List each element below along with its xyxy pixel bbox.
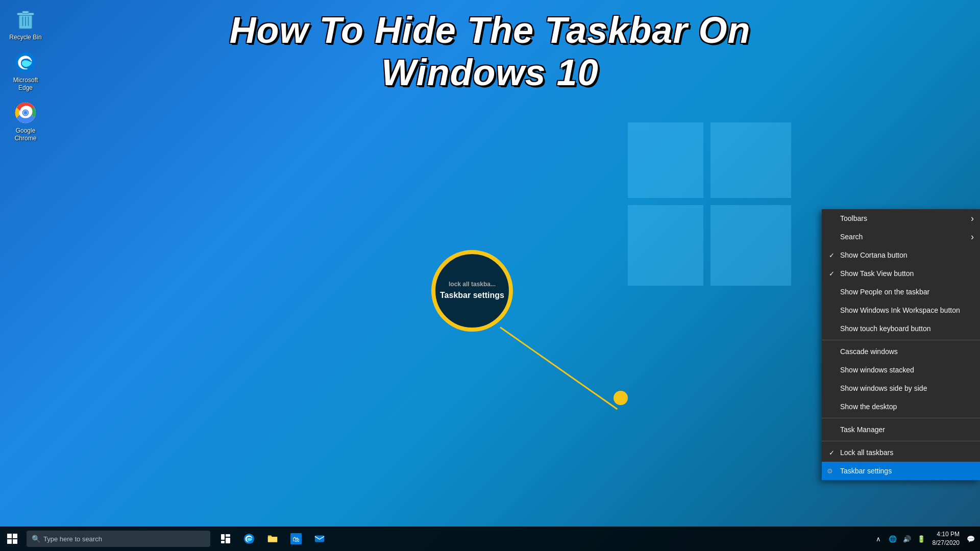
menu-item-label: Show Task View button [840,269,914,278]
menu-item-label: Show windows side by side [840,384,927,392]
svg-point-11 [23,111,27,115]
svg-rect-18 [226,538,230,543]
menu-item-show-desktop[interactable]: Show the desktop [822,397,980,416]
recycle-bin-label: Recycle Bin [9,34,41,41]
tray-battery-icon[interactable]: 🔋 [916,534,926,544]
tray-network-icon[interactable]: 🌐 [888,534,898,544]
clock-date: 8/27/2020 [933,539,960,547]
page-title: How To Hide The Taskbar OnWindows 10 [0,9,980,94]
svg-rect-21 [268,537,277,542]
svg-rect-14 [7,539,12,544]
menu-item-label: Show the desktop [840,403,897,411]
taskbar-search-icon: 🔍 [32,535,40,543]
svg-rect-2 [22,11,29,14]
edge-image [13,50,38,74]
menu-divider [822,340,980,340]
start-button[interactable] [0,527,24,551]
menu-item-cascade-windows[interactable]: Cascade windows [822,342,980,361]
spotlight-main-text: Taskbar settings [440,290,504,301]
menu-item-show-ink-workspace[interactable]: Show Windows Ink Workspace button [822,301,980,319]
menu-item-show-people[interactable]: Show People on the taskbar [822,283,980,301]
spotlight-top-text: lock all taskba... [440,281,504,289]
menu-item-show-task-view[interactable]: ✓Show Task View button [822,264,980,283]
svg-rect-16 [221,534,225,540]
windows-logo-watermark [628,122,791,286]
tray-volume-icon[interactable]: 🔊 [902,534,912,544]
menu-item-lock-all-taskbars[interactable]: ✓Lock all taskbars [822,443,980,462]
menu-item-toolbars[interactable]: Toolbars [822,209,980,228]
context-menu: ToolbarsSearch✓Show Cortana button✓Show … [822,209,980,480]
taskbar-clock[interactable]: 4:10 PM 8/27/2020 [928,530,964,547]
clock-time: 4:10 PM [933,530,960,539]
spotlight-dot [614,391,628,405]
svg-rect-19 [221,541,225,543]
recycle-bin-image [13,7,38,32]
spotlight-circle: lock all taskba... Taskbar settings [431,250,513,332]
taskbar-tray-area: ∧ 🌐 🔊 🔋 4:10 PM 8/27/2020 💬 [873,530,980,547]
menu-item-show-windows-stacked[interactable]: Show windows stacked [822,361,980,379]
gear-icon: ⚙ [827,467,833,475]
svg-rect-15 [13,539,17,544]
edge-label: Microsoft Edge [7,77,44,91]
edge-taskbar-button[interactable] [238,528,260,550]
tray-chevron[interactable]: ∧ [873,534,884,544]
mail-button[interactable] [308,528,331,550]
file-explorer-button[interactable] [261,528,284,550]
menu-divider [822,418,980,418]
menu-item-label: Cascade windows [840,347,898,356]
system-tray: ∧ 🌐 🔊 🔋 [873,534,926,544]
menu-item-label: Show People on the taskbar [840,288,929,296]
menu-item-task-manager[interactable]: Task Manager [822,420,980,439]
chrome-label: Google Chrome [7,127,44,142]
taskbar: 🔍 Type here to search [0,527,980,551]
taskbar-search-bar[interactable]: 🔍 Type here to search [27,531,210,547]
task-view-button[interactable] [214,528,237,550]
taskbar-search-placeholder: Type here to search [43,535,102,543]
spotlight-text: lock all taskba... Taskbar settings [436,277,508,305]
store-button[interactable]: 🛍 [285,528,307,550]
recycle-bin-icon[interactable]: Recycle Bin [5,5,46,43]
menu-item-label: Show Cortana button [840,251,908,259]
menu-item-show-cortana[interactable]: ✓Show Cortana button [822,246,980,264]
notifications-button[interactable]: 💬 [966,534,976,544]
menu-item-taskbar-settings[interactable]: ⚙Taskbar settings [822,462,980,480]
svg-rect-13 [13,534,17,538]
menu-item-show-windows-side-by-side[interactable]: Show windows side by side [822,379,980,397]
menu-item-label: Taskbar settings [840,467,892,475]
menu-item-label: Lock all taskbars [840,448,893,457]
menu-divider [822,441,980,441]
menu-item-show-touch-keyboard[interactable]: Show touch keyboard button [822,319,980,338]
menu-item-label: Show touch keyboard button [840,324,930,333]
svg-text:🛍: 🛍 [292,536,300,543]
menu-item-label: Search [840,233,863,241]
menu-item-label: Toolbars [840,214,867,222]
menu-item-label: Task Manager [840,425,885,434]
desktop-icons-container: Recycle Bin Microsoft Edge [5,5,46,144]
menu-item-search[interactable]: Search [822,228,980,246]
chrome-image [13,101,38,125]
microsoft-edge-icon[interactable]: Microsoft Edge [5,48,46,93]
svg-rect-12 [7,534,12,538]
svg-rect-17 [226,534,230,537]
menu-item-label: Show Windows Ink Workspace button [840,306,960,314]
taskbar-apps-container: 🛍 [214,528,331,550]
google-chrome-icon[interactable]: Google Chrome [5,98,46,144]
svg-rect-24 [315,536,324,542]
menu-item-label: Show windows stacked [840,366,914,374]
